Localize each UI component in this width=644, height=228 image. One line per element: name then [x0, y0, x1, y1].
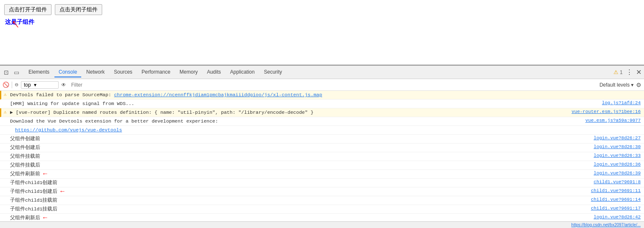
eye-icon[interactable]: 👁	[61, 82, 66, 88]
bottom-link[interactable]: https://blog.csdn.net/bx2097/article/...	[571, 223, 641, 227]
red-arrow-3: ←	[60, 188, 64, 195]
tab-audits[interactable]: Audits	[203, 67, 225, 77]
row-text: DevTools failed to parse SourceMap: chro…	[10, 92, 641, 98]
top-dropdown[interactable]: top ▾	[21, 81, 59, 89]
top-dropdown-value: top	[24, 82, 31, 88]
sourcemap-link[interactable]: chrome-extension://ncennffkjdiam1pmcbajk…	[114, 92, 322, 97]
bottom-bar: https://blog.csdn.net/bx2097/article/...	[0, 221, 644, 228]
console-row: 子组件child1创建后 ← child1.vue?9691:11	[0, 187, 644, 196]
row-source[interactable]: login.vue?8d26:30	[594, 144, 641, 149]
tab-sources[interactable]: Sources	[110, 67, 137, 77]
row-text: 子组件child1创建前	[10, 179, 590, 186]
row-text: 父组件挂载后	[10, 162, 590, 169]
console-row: 子组件child1挂载后 child1.vue?9691:17	[0, 205, 644, 214]
console-row: [HMR] Waiting for update signal from WDS…	[0, 100, 644, 108]
row-text: 父组件创建后	[10, 144, 590, 151]
devtools-panel: ⊡ ▭ Elements Console Network Sources Per…	[0, 65, 644, 228]
row-text: 子组件child1挂载前	[10, 197, 587, 204]
console-row: 父组件创建前 login.vue?8d26:27	[0, 135, 644, 143]
more-options-icon[interactable]: ⋮	[626, 68, 633, 76]
toolbar-right: ⚠ 1 ⋮ ✕	[613, 68, 641, 76]
row-text: 父组件刷新前 ←	[10, 171, 590, 177]
warn-icon: ⚠	[4, 109, 7, 115]
dropdown-arrow: ▾	[34, 82, 36, 88]
row-source[interactable]: login.vue?8d26:42	[594, 215, 641, 220]
filter-icon[interactable]: ⊖	[15, 82, 18, 87]
row-text: ▶ [vue-router] Duplicate named routes de…	[10, 109, 568, 116]
row-text: https://github.com/vuejs/vue-devtools	[15, 127, 641, 133]
console-row: 子组件child1创建前 child1.vue?9691:8	[0, 179, 644, 187]
warning-icon: ⚠	[613, 69, 618, 75]
row-text: Download the Vue Devtools extension for …	[10, 118, 582, 125]
console-row: 父组件刷新前 ← login.vue?8d26:39	[0, 170, 644, 179]
separator-1	[12, 82, 12, 88]
console-row: 子组件child1挂载前 child1.vue?9691:14	[0, 196, 644, 205]
row-source[interactable]: login.vue?8d26:27	[594, 136, 641, 141]
console-toolbar: 🚫 ⊖ top ▾ 👁 Default levels ▾ ⚙	[0, 79, 644, 91]
clear-console-icon[interactable]: 🚫	[3, 82, 9, 88]
row-source[interactable]: login.vue?8d26:39	[594, 171, 641, 176]
row-source[interactable]: child1.vue?9691:14	[591, 197, 641, 202]
console-row: 父组件挂载前 login.vue?8d26:33	[0, 152, 644, 161]
row-text: 父组件刷新后 ←	[10, 215, 590, 221]
red-arrow-2: ←	[43, 170, 47, 178]
row-text: [HMR] Waiting for update signal from WDS…	[10, 100, 599, 107]
console-row: 父组件刷新后 ← login.vue?8d26:42	[0, 214, 644, 221]
warning-badge: ⚠ 1	[613, 69, 623, 75]
devtools-toolbar: ⊡ ▭ Elements Console Network Sources Per…	[0, 66, 644, 79]
console-row: Download the Vue Devtools extension for …	[0, 117, 644, 126]
button-row: 点击打开子组件 点击关闭子组件	[4, 4, 640, 15]
row-source[interactable]: login.vue?8d26:33	[594, 153, 641, 158]
close-devtools-icon[interactable]: ✕	[636, 68, 641, 76]
console-row: 父组件创建后 login.vue?8d26:30	[0, 143, 644, 152]
red-arrow-4: ←	[43, 214, 47, 221]
page-area: 点击打开子组件 点击关闭子组件 这是子组件 ↑	[0, 0, 644, 65]
row-text: 子组件child1创建后 ←	[10, 188, 587, 195]
row-source[interactable]: child1.vue?9691:11	[591, 188, 641, 193]
tab-elements[interactable]: Elements	[24, 67, 54, 77]
toolbar-icons: ⊡ ▭	[3, 69, 20, 76]
tab-application[interactable]: Application	[226, 67, 259, 77]
inspect-icon[interactable]: ⊡	[3, 69, 10, 76]
open-child-button[interactable]: 点击打开子组件	[4, 4, 52, 15]
filter-input[interactable]	[69, 81, 595, 89]
row-source[interactable]: child1.vue?9691:17	[591, 206, 641, 211]
row-source[interactable]: vue-router.esm.js?1bee:16	[572, 109, 641, 114]
tab-console[interactable]: Console	[54, 67, 81, 77]
tab-memory[interactable]: Memory	[175, 67, 202, 77]
warn-icon: ⚠	[4, 92, 7, 97]
tab-network[interactable]: Network	[82, 67, 109, 77]
device-icon[interactable]: ▭	[13, 69, 20, 76]
row-source[interactable]: log.js?1afd:24	[602, 100, 641, 105]
row-text: 子组件child1挂载后	[10, 206, 587, 213]
settings-icon[interactable]: ⚙	[636, 82, 641, 88]
row-text: 父组件创建前	[10, 136, 590, 142]
github-link[interactable]: https://github.com/vuejs/vue-devtools	[15, 127, 122, 133]
row-source[interactable]: login.vue?8d26:36	[594, 162, 641, 167]
row-source[interactable]: child1.vue?9691:8	[594, 179, 641, 184]
default-levels-dropdown[interactable]: Default levels ▾	[600, 82, 634, 88]
tab-security[interactable]: Security	[260, 67, 286, 77]
console-row: 父组件挂载后 login.vue?8d26:36	[0, 161, 644, 170]
child-component-label: 这是子组件	[5, 18, 640, 26]
close-child-button[interactable]: 点击关闭子组件	[55, 4, 102, 15]
console-row: ⚠ DevTools failed to parse SourceMap: ch…	[0, 91, 644, 100]
row-source[interactable]: vue.esm.js?a59a:9077	[585, 118, 641, 123]
console-output: ⚠ DevTools failed to parse SourceMap: ch…	[0, 91, 644, 221]
console-row: https://github.com/vuejs/vue-devtools	[0, 126, 644, 135]
prompt-caret: ›	[3, 220, 6, 221]
warning-count: 1	[620, 69, 623, 75]
console-row: ⚠ ▶ [vue-router] Duplicate named routes …	[0, 108, 644, 117]
tab-performance[interactable]: Performance	[137, 67, 175, 77]
row-text: 父组件挂载前	[10, 153, 590, 160]
